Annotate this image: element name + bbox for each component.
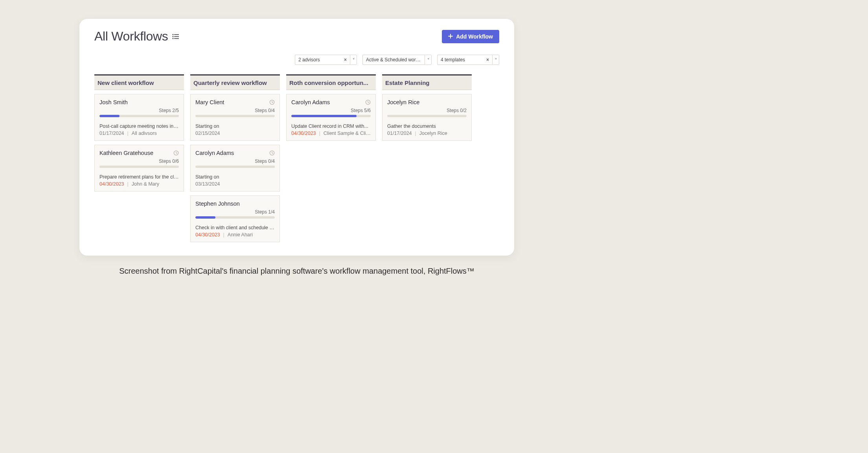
clear-icon[interactable]: ×: [486, 57, 489, 63]
client-name: Jocelyn Rice: [387, 99, 419, 105]
steps-count: Steps 0/4: [195, 158, 275, 164]
svg-rect-5: [174, 38, 179, 39]
card-date: 01/17/2024: [99, 131, 124, 136]
filter-row: 2 advisors × ˅ Active & Scheduled workfl…: [94, 55, 499, 65]
workflow-board: New client workflowJosh SmithSteps 2/5Po…: [94, 74, 499, 242]
filter-templates[interactable]: 4 templates × ˅: [437, 55, 499, 65]
filter-status[interactable]: Active & Scheduled workfl... ˅: [362, 55, 432, 65]
client-name: Kathleen Gratehouse: [99, 150, 153, 156]
svg-point-4: [172, 38, 173, 39]
progress-bar: [99, 166, 179, 168]
progress-bar: [195, 166, 275, 168]
filter-advisors-label: 2 advisors: [298, 57, 320, 63]
card-date: 01/17/2024: [387, 131, 412, 136]
progress-bar: [99, 115, 179, 117]
chevron-down-icon[interactable]: ˅: [425, 55, 432, 65]
column-cards: Jocelyn RiceSteps 0/2Gather the document…: [382, 94, 472, 141]
progress-bar: [195, 115, 275, 117]
steps-count: Steps 2/5: [99, 108, 179, 113]
column-title[interactable]: Estate Planning: [385, 79, 469, 86]
card-date: 04/30/2023: [291, 131, 316, 136]
column-title[interactable]: Quarterly review workflow: [193, 79, 277, 86]
header-row: All Workflows Add Workflow: [94, 29, 499, 44]
page-title: All Workflows: [94, 29, 168, 44]
card-description: Check in with client and schedule re...: [195, 225, 275, 230]
client-name: Mary Client: [195, 99, 224, 105]
clock-icon: [365, 99, 371, 105]
column-header: Estate Planning: [382, 74, 472, 90]
workflow-card[interactable]: Jocelyn RiceSteps 0/2Gather the document…: [382, 94, 472, 141]
filter-status-field[interactable]: Active & Scheduled workfl...: [362, 55, 425, 65]
workflow-card[interactable]: Stephen JohnsonSteps 1/4Check in with cl…: [190, 195, 280, 242]
separator: |: [127, 131, 129, 136]
filter-advisors[interactable]: 2 advisors × ˅: [295, 55, 357, 65]
card-header: Josh Smith: [99, 99, 179, 105]
steps-count: Steps 0/4: [195, 108, 275, 113]
card-header: Carolyn Adams: [291, 99, 371, 105]
card-description: Prepare retirement plans for the clie...: [99, 174, 179, 180]
card-meta: 01/17/2024|All adivsors: [99, 131, 179, 136]
column-header: Roth conversion opportun...: [286, 74, 376, 90]
clear-icon[interactable]: ×: [344, 57, 347, 63]
workflow-card[interactable]: Mary ClientSteps 0/4Starting on02/15/202…: [190, 94, 280, 141]
card-header: Mary Client: [195, 99, 275, 105]
steps-count: Steps 0/6: [99, 158, 179, 164]
workflow-column: New client workflowJosh SmithSteps 2/5Po…: [94, 74, 184, 192]
list-view-icon[interactable]: [172, 34, 179, 39]
filter-advisors-field[interactable]: 2 advisors ×: [295, 55, 350, 65]
title-wrap: All Workflows: [94, 29, 179, 44]
chevron-down-icon[interactable]: ˅: [492, 55, 499, 65]
add-workflow-label: Add Workflow: [456, 33, 493, 40]
card-assignees: Client Sample & Clien...: [324, 131, 371, 136]
figure-caption: Screenshot from RightCapital's financial…: [119, 267, 474, 276]
progress-fill: [195, 216, 215, 219]
steps-count: Steps 1/4: [195, 209, 275, 215]
filter-templates-field[interactable]: 4 templates ×: [437, 55, 492, 65]
svg-rect-3: [174, 36, 179, 37]
separator: |: [223, 232, 224, 238]
card-header: Kathleen Gratehouse: [99, 150, 179, 156]
column-title[interactable]: New client workflow: [97, 79, 181, 86]
workflow-column: Estate PlanningJocelyn RiceSteps 0/2Gath…: [382, 74, 472, 141]
steps-count: Steps 5/6: [291, 108, 371, 113]
card-meta: 03/13/2024: [195, 181, 275, 187]
separator: |: [127, 181, 129, 187]
column-header: New client workflow: [94, 74, 184, 90]
separator: |: [415, 131, 416, 136]
workflow-card[interactable]: Carolyn AdamsSteps 5/6Update Client reco…: [286, 94, 376, 141]
plus-icon: [448, 33, 453, 40]
card-description: Gather the documents: [387, 123, 467, 129]
clock-icon: [269, 150, 275, 156]
card-header: Stephen Johnson: [195, 201, 275, 207]
card-description: Update Client record in CRM with...: [291, 123, 371, 129]
progress-bar: [195, 216, 275, 219]
workflow-card[interactable]: Josh SmithSteps 2/5Post-call capture mee…: [94, 94, 184, 141]
card-date: 03/13/2024: [195, 181, 220, 187]
chevron-down-icon[interactable]: ˅: [350, 55, 357, 65]
workflow-card[interactable]: Carolyn AdamsSteps 0/4Starting on03/13/2…: [190, 145, 280, 192]
column-cards: Carolyn AdamsSteps 5/6Update Client reco…: [286, 94, 376, 141]
svg-rect-1: [174, 34, 179, 35]
column-cards: Mary ClientSteps 0/4Starting on02/15/202…: [190, 94, 280, 242]
client-name: Carolyn Adams: [195, 150, 234, 156]
card-meta: 04/30/2023|Annie Ahari: [195, 232, 275, 238]
card-header: Jocelyn Rice: [387, 99, 467, 105]
workflow-card[interactable]: Kathleen GratehouseSteps 0/6Prepare reti…: [94, 145, 184, 192]
card-meta: 04/30/2023|John & Mary: [99, 181, 179, 187]
progress-bar: [291, 115, 371, 117]
filter-templates-label: 4 templates: [441, 57, 465, 63]
client-name: Josh Smith: [99, 99, 128, 105]
column-title[interactable]: Roth conversion opportun...: [289, 79, 373, 86]
card-description: Starting on: [195, 174, 275, 180]
add-workflow-button[interactable]: Add Workflow: [442, 30, 499, 43]
card-assignees: Annie Ahari: [228, 232, 253, 238]
progress-bar: [387, 115, 467, 117]
card-description: Post-call capture meeting notes in ...: [99, 123, 179, 129]
client-name: Carolyn Adams: [291, 99, 330, 105]
progress-fill: [99, 115, 120, 117]
workflow-column: Roth conversion opportun...Carolyn Adams…: [286, 74, 376, 141]
card-meta: 02/15/2024: [195, 131, 275, 136]
card-assignees: All adivsors: [132, 131, 157, 136]
workflow-column: Quarterly review workflowMary ClientStep…: [190, 74, 280, 242]
progress-fill: [291, 115, 357, 117]
